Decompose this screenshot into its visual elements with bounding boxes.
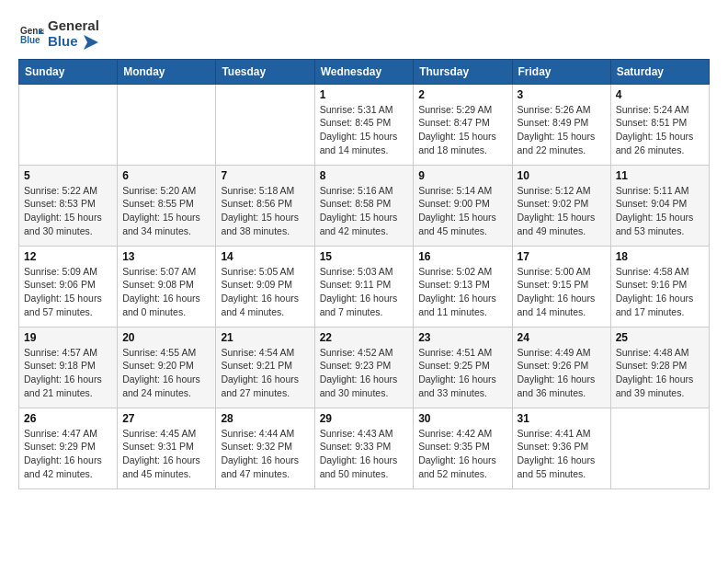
day-info: Sunrise: 5:09 AMSunset: 9:06 PMDaylight:… <box>24 265 112 319</box>
calendar-cell: 25Sunrise: 4:48 AMSunset: 9:28 PMDayligh… <box>610 327 709 408</box>
calendar-cell <box>610 408 709 488</box>
day-number: 6 <box>122 169 210 182</box>
logo: General Blue General Blue <box>18 18 99 50</box>
day-info: Sunrise: 4:47 AMSunset: 9:29 PMDaylight:… <box>24 427 112 481</box>
day-number: 17 <box>518 250 606 263</box>
day-number: 21 <box>221 331 309 344</box>
calendar-cell: 14Sunrise: 5:05 AMSunset: 9:09 PMDayligh… <box>216 246 314 327</box>
calendar-cell: 4Sunrise: 5:24 AMSunset: 8:51 PMDaylight… <box>610 84 709 165</box>
day-number: 14 <box>221 250 309 263</box>
calendar-week-row: 5Sunrise: 5:22 AMSunset: 8:53 PMDaylight… <box>19 165 710 246</box>
day-header-sunday: Sunday <box>19 59 118 84</box>
calendar-cell: 7Sunrise: 5:18 AMSunset: 8:56 PMDaylight… <box>216 165 314 246</box>
calendar-cell: 27Sunrise: 4:45 AMSunset: 9:31 PMDayligh… <box>118 408 216 488</box>
day-number: 9 <box>418 169 506 182</box>
calendar-cell: 20Sunrise: 4:55 AMSunset: 9:20 PMDayligh… <box>118 327 216 408</box>
day-number: 2 <box>418 88 506 101</box>
calendar-cell: 26Sunrise: 4:47 AMSunset: 9:29 PMDayligh… <box>19 408 118 488</box>
day-info: Sunrise: 5:05 AMSunset: 9:09 PMDaylight:… <box>221 265 309 319</box>
day-number: 23 <box>418 331 506 344</box>
day-number: 25 <box>616 331 704 344</box>
day-info: Sunrise: 5:14 AMSunset: 9:00 PMDaylight:… <box>418 184 506 238</box>
calendar-cell: 5Sunrise: 5:22 AMSunset: 8:53 PMDaylight… <box>19 165 118 246</box>
day-info: Sunrise: 5:07 AMSunset: 9:08 PMDaylight:… <box>122 265 210 319</box>
day-info: Sunrise: 4:57 AMSunset: 9:18 PMDaylight:… <box>24 346 112 400</box>
day-number: 11 <box>616 169 704 182</box>
calendar-cell: 13Sunrise: 5:07 AMSunset: 9:08 PMDayligh… <box>118 246 216 327</box>
calendar-week-row: 12Sunrise: 5:09 AMSunset: 9:06 PMDayligh… <box>19 246 710 327</box>
day-number: 7 <box>221 169 309 182</box>
day-header-thursday: Thursday <box>414 59 512 84</box>
calendar-cell: 23Sunrise: 4:51 AMSunset: 9:25 PMDayligh… <box>414 327 512 408</box>
day-info: Sunrise: 5:16 AMSunset: 8:58 PMDaylight:… <box>320 184 409 238</box>
calendar-week-row: 19Sunrise: 4:57 AMSunset: 9:18 PMDayligh… <box>19 327 710 408</box>
calendar-cell: 12Sunrise: 5:09 AMSunset: 9:06 PMDayligh… <box>19 246 118 327</box>
page-header: General Blue General Blue <box>18 18 710 50</box>
day-info: Sunrise: 4:49 AMSunset: 9:26 PMDaylight:… <box>518 346 606 400</box>
calendar-cell: 2Sunrise: 5:29 AMSunset: 8:47 PMDaylight… <box>414 84 512 165</box>
day-header-tuesday: Tuesday <box>216 59 314 84</box>
day-number: 12 <box>24 250 112 263</box>
calendar-cell: 31Sunrise: 4:41 AMSunset: 9:36 PMDayligh… <box>512 408 610 488</box>
day-number: 28 <box>221 412 309 425</box>
day-number: 16 <box>418 250 506 263</box>
day-info: Sunrise: 4:51 AMSunset: 9:25 PMDaylight:… <box>418 346 506 400</box>
calendar-table: SundayMondayTuesdayWednesdayThursdayFrid… <box>18 59 710 489</box>
svg-text:Blue: Blue <box>20 35 40 45</box>
calendar-cell: 6Sunrise: 5:20 AMSunset: 8:55 PMDaylight… <box>118 165 216 246</box>
day-info: Sunrise: 5:02 AMSunset: 9:13 PMDaylight:… <box>418 265 506 319</box>
day-number: 20 <box>122 331 210 344</box>
day-info: Sunrise: 4:55 AMSunset: 9:20 PMDaylight:… <box>122 346 210 400</box>
day-number: 30 <box>418 412 506 425</box>
day-number: 29 <box>320 412 409 425</box>
calendar-cell: 29Sunrise: 4:43 AMSunset: 9:33 PMDayligh… <box>314 408 414 488</box>
day-number: 10 <box>518 169 606 182</box>
day-info: Sunrise: 5:20 AMSunset: 8:55 PMDaylight:… <box>122 184 210 238</box>
day-info: Sunrise: 5:12 AMSunset: 9:02 PMDaylight:… <box>518 184 606 238</box>
day-header-saturday: Saturday <box>610 59 709 84</box>
day-info: Sunrise: 5:11 AMSunset: 9:04 PMDaylight:… <box>616 184 704 238</box>
day-info: Sunrise: 4:43 AMSunset: 9:33 PMDaylight:… <box>320 427 409 481</box>
logo-icon: General Blue <box>18 21 44 47</box>
calendar-cell: 10Sunrise: 5:12 AMSunset: 9:02 PMDayligh… <box>512 165 610 246</box>
day-info: Sunrise: 4:44 AMSunset: 9:32 PMDaylight:… <box>221 427 309 481</box>
day-number: 5 <box>24 169 112 182</box>
calendar-week-row: 26Sunrise: 4:47 AMSunset: 9:29 PMDayligh… <box>19 408 710 488</box>
day-header-wednesday: Wednesday <box>314 59 414 84</box>
day-info: Sunrise: 4:48 AMSunset: 9:28 PMDaylight:… <box>616 346 704 400</box>
logo-text: General Blue <box>48 18 99 50</box>
day-info: Sunrise: 5:00 AMSunset: 9:15 PMDaylight:… <box>518 265 606 319</box>
calendar-cell: 30Sunrise: 4:42 AMSunset: 9:35 PMDayligh… <box>414 408 512 488</box>
day-number: 31 <box>518 412 606 425</box>
day-info: Sunrise: 5:22 AMSunset: 8:53 PMDaylight:… <box>24 184 112 238</box>
calendar-header-row: SundayMondayTuesdayWednesdayThursdayFrid… <box>19 59 710 84</box>
day-info: Sunrise: 5:29 AMSunset: 8:47 PMDaylight:… <box>418 103 506 157</box>
calendar-cell: 3Sunrise: 5:26 AMSunset: 8:49 PMDaylight… <box>512 84 610 165</box>
calendar-cell: 28Sunrise: 4:44 AMSunset: 9:32 PMDayligh… <box>216 408 314 488</box>
day-info: Sunrise: 5:18 AMSunset: 8:56 PMDaylight:… <box>221 184 309 238</box>
calendar-cell: 9Sunrise: 5:14 AMSunset: 9:00 PMDaylight… <box>414 165 512 246</box>
calendar-week-row: 1Sunrise: 5:31 AMSunset: 8:45 PMDaylight… <box>19 84 710 165</box>
logo-blue: Blue <box>48 33 78 49</box>
day-number: 1 <box>320 88 409 101</box>
calendar-cell: 16Sunrise: 5:02 AMSunset: 9:13 PMDayligh… <box>414 246 512 327</box>
day-info: Sunrise: 4:58 AMSunset: 9:16 PMDaylight:… <box>616 265 704 319</box>
logo-arrow-icon <box>84 35 98 50</box>
day-number: 19 <box>24 331 112 344</box>
calendar-cell: 17Sunrise: 5:00 AMSunset: 9:15 PMDayligh… <box>512 246 610 327</box>
day-info: Sunrise: 5:03 AMSunset: 9:11 PMDaylight:… <box>320 265 409 319</box>
day-number: 26 <box>24 412 112 425</box>
calendar-cell: 18Sunrise: 4:58 AMSunset: 9:16 PMDayligh… <box>610 246 709 327</box>
calendar-cell: 8Sunrise: 5:16 AMSunset: 8:58 PMDaylight… <box>314 165 414 246</box>
calendar-cell: 22Sunrise: 4:52 AMSunset: 9:23 PMDayligh… <box>314 327 414 408</box>
day-number: 13 <box>122 250 210 263</box>
day-info: Sunrise: 4:41 AMSunset: 9:36 PMDaylight:… <box>518 427 606 481</box>
day-info: Sunrise: 4:42 AMSunset: 9:35 PMDaylight:… <box>418 427 506 481</box>
day-info: Sunrise: 5:26 AMSunset: 8:49 PMDaylight:… <box>518 103 606 157</box>
calendar-cell: 24Sunrise: 4:49 AMSunset: 9:26 PMDayligh… <box>512 327 610 408</box>
logo-general: General <box>48 17 99 33</box>
day-header-monday: Monday <box>118 59 216 84</box>
day-number: 15 <box>320 250 409 263</box>
day-info: Sunrise: 5:24 AMSunset: 8:51 PMDaylight:… <box>616 103 704 157</box>
day-info: Sunrise: 4:52 AMSunset: 9:23 PMDaylight:… <box>320 346 409 400</box>
